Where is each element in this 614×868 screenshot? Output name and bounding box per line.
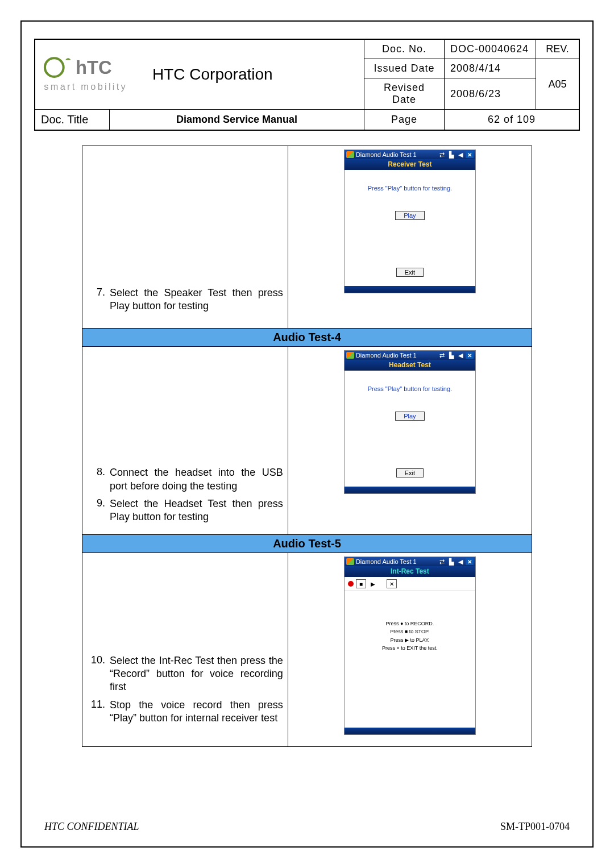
sync-icon: ⇄ bbox=[438, 151, 446, 158]
revised-date-label: Revised Date bbox=[364, 78, 445, 110]
device-hint: Press "Play" button for testing. bbox=[345, 385, 475, 392]
revised-date-value: 2008/6/23 bbox=[445, 78, 536, 110]
footer-confidential: HTC CONFIDENTIAL bbox=[44, 821, 139, 833]
content-table: 7. Select the Speaker Test then press Pl… bbox=[82, 146, 532, 747]
close-icon[interactable]: ✕ bbox=[466, 558, 474, 565]
svg-text:hTC: hTC bbox=[76, 57, 112, 78]
device-screenshot-headset: Diamond Audio Test 1 ⇄ ▙ ◀ ✕ Headset Tes… bbox=[344, 350, 476, 494]
page-label: Page bbox=[364, 110, 445, 131]
instruction-number: 7. bbox=[86, 286, 110, 313]
doc-title-value: Diamond Service Manual bbox=[110, 110, 364, 131]
signal-icon: ▙ bbox=[447, 352, 455, 359]
windows-icon bbox=[346, 352, 354, 359]
instruction-text: Connect the headset into the USB port be… bbox=[110, 466, 283, 493]
device-title: Diamond Audio Test 1 bbox=[356, 352, 417, 359]
play-button[interactable]: Play bbox=[395, 211, 424, 220]
instruction-number: 10. bbox=[86, 654, 110, 694]
doc-no-label: Doc. No. bbox=[364, 39, 445, 59]
device-hint: Press "Play" button for testing. bbox=[345, 185, 475, 192]
section-header: Audio Test-5 bbox=[82, 535, 532, 553]
instruction-row: 7. Select the Speaker Test then press Pl… bbox=[86, 286, 283, 313]
speaker-icon: ◀ bbox=[457, 352, 464, 359]
speaker-icon: ◀ bbox=[457, 558, 464, 565]
exit-button[interactable]: Exit bbox=[396, 268, 424, 277]
instruction-number: 9. bbox=[86, 497, 110, 524]
svg-text:smart mobility: smart mobility bbox=[44, 81, 127, 92]
instruction-number: 11. bbox=[86, 699, 110, 725]
instruction-text: Stop the voice record then press “Play” … bbox=[110, 699, 283, 725]
signal-icon: ▙ bbox=[447, 558, 455, 565]
header-table: hTCsmart mobilityHTC CorporationDoc. No.… bbox=[34, 39, 580, 131]
signal-icon: ▙ bbox=[447, 151, 455, 158]
close-icon[interactable]: ✕ bbox=[466, 151, 474, 158]
windows-icon bbox=[346, 558, 354, 565]
play-icon[interactable]: ▶ bbox=[368, 580, 377, 588]
rec-hint: Press × to EXIT the test. bbox=[345, 644, 475, 652]
device-title: Diamond Audio Test 1 bbox=[356, 151, 417, 158]
instruction-number: 8. bbox=[86, 466, 110, 493]
exit-button[interactable]: Exit bbox=[396, 468, 424, 477]
issued-date-value: 2008/4/14 bbox=[445, 59, 536, 78]
instruction-row: 11. Stop the voice record then press “Pl… bbox=[86, 699, 283, 725]
exit-x-icon[interactable]: ✕ bbox=[387, 579, 397, 588]
doc-title-label: Doc. Title bbox=[35, 110, 110, 131]
instruction-text: Select the Headset Test then press Play … bbox=[110, 497, 283, 524]
instruction-row: 10. Select the Int-Rec Test then press t… bbox=[86, 654, 283, 694]
close-icon[interactable]: ✕ bbox=[466, 352, 474, 359]
record-icon[interactable] bbox=[348, 581, 354, 587]
device-subtitle: Int-Rec Test bbox=[345, 566, 475, 577]
rec-hint: Press ■ to STOP. bbox=[345, 628, 475, 636]
corporation-name: HTC Corporation bbox=[152, 65, 273, 84]
device-subtitle: Receiver Test bbox=[345, 159, 475, 170]
issued-date-label: Issued Date bbox=[364, 59, 445, 78]
windows-icon bbox=[346, 151, 354, 158]
device-screenshot-intrec: Diamond Audio Test 1 ⇄ ▙ ◀ ✕ Int-Rec Tes… bbox=[344, 556, 476, 735]
instruction-row: 8. Connect the headset into the USB port… bbox=[86, 466, 283, 493]
rec-hint: Press ● to RECORD. bbox=[345, 620, 475, 628]
instruction-row: 9. Select the Headset Test then press Pl… bbox=[86, 497, 283, 524]
section-header: Audio Test-4 bbox=[82, 329, 532, 347]
stop-icon[interactable]: ■ bbox=[356, 579, 366, 588]
device-title: Diamond Audio Test 1 bbox=[356, 558, 417, 565]
footer-doc-code: SM-TP001-0704 bbox=[500, 821, 570, 833]
sync-icon: ⇄ bbox=[438, 352, 446, 359]
device-screenshot-receiver: Diamond Audio Test 1 ⇄ ▙ ◀ ✕ Receiver Te… bbox=[344, 149, 476, 293]
instruction-text: Select the Speaker Test then press Play … bbox=[110, 286, 283, 313]
instruction-text: Select the Int-Rec Test then press the “… bbox=[110, 654, 283, 694]
doc-no-value: DOC-00040624 bbox=[445, 39, 536, 59]
page-number: 62 of 109 bbox=[445, 110, 580, 131]
svg-point-0 bbox=[45, 58, 64, 77]
rec-hint: Press ▶ to PLAY. bbox=[345, 636, 475, 644]
speaker-icon: ◀ bbox=[457, 151, 464, 158]
play-button[interactable]: Play bbox=[395, 412, 424, 421]
sync-icon: ⇄ bbox=[438, 558, 446, 565]
rev-label: REV. bbox=[536, 39, 580, 59]
rev-value: A05 bbox=[536, 59, 580, 110]
htc-logo: hTCsmart mobility bbox=[42, 53, 144, 95]
device-subtitle: Headset Test bbox=[345, 360, 475, 371]
